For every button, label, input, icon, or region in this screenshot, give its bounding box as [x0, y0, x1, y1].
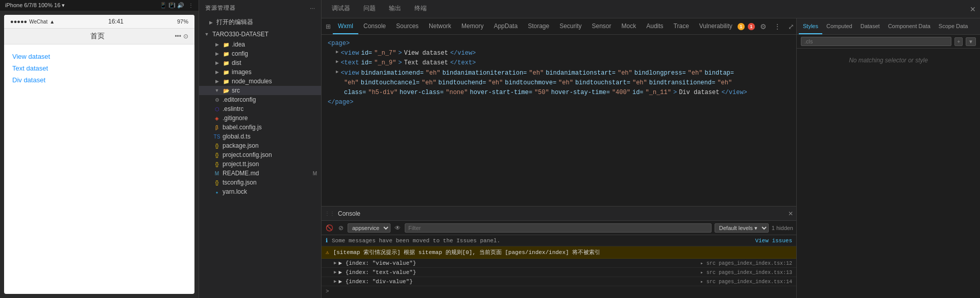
folder-icon: 📂	[223, 87, 230, 94]
sidebar-toggle-icon[interactable]: ⊞	[324, 23, 333, 30]
styles-filter-input[interactable]	[801, 37, 951, 46]
folder-chevron-icon	[213, 78, 220, 85]
folder-chevron-icon	[213, 87, 220, 94]
tab-vulnerability[interactable]: Vulnerability	[694, 18, 738, 34]
console-drag-handle[interactable]: ⋮⋮	[325, 211, 335, 216]
phone-page-title: 首页	[90, 32, 105, 41]
tab-scope-data[interactable]: Scope Data	[935, 18, 972, 34]
folder-idea[interactable]: 📁 .idea	[199, 40, 321, 49]
file-package-json[interactable]: {} package.json	[199, 141, 321, 150]
html-line-7: </page>	[328, 98, 790, 107]
tab-appdata[interactable]: AppData	[488, 18, 523, 34]
console-close-button[interactable]: ✕	[788, 210, 793, 217]
console-log-row-2[interactable]: ▶ ▶ {index: "text-value"} ▸ src pages_in…	[322, 268, 796, 277]
tab-memory[interactable]: Memory	[456, 18, 488, 34]
devtools-panel: 调试器 问题 输出 终端 ✕ ⊞ Wxml Console Sources Ne…	[322, 0, 980, 298]
folder-dist[interactable]: 📁 dist	[199, 58, 321, 67]
tab-console[interactable]: Console	[358, 18, 391, 34]
styles-panel: Styles Computed Dataset Component Data S…	[796, 18, 980, 298]
settings-icon[interactable]: ⚙	[758, 21, 769, 32]
no-matching-styles: No matching selector or style	[797, 49, 980, 72]
html-line-3[interactable]: ▶ <text id="_n_9" > Text dataset </text>	[328, 58, 790, 68]
console-eye-icon[interactable]: 👁	[394, 223, 402, 233]
html-line-5: "eh" bindtouchcancel="eh" bindtouchend="…	[328, 78, 790, 88]
console-content: ℹ Some messages have been moved to the I…	[322, 235, 796, 298]
file-icon: ⚙	[213, 96, 220, 103]
file-ref-2[interactable]: ▸ src pages_index_index.tsx:13	[700, 269, 792, 276]
tab-security[interactable]: Security	[554, 18, 586, 34]
tab-sources[interactable]: Sources	[391, 18, 424, 34]
console-filter-icon[interactable]: ⊘	[337, 223, 345, 233]
console-input[interactable]	[331, 288, 792, 294]
tab-wxml[interactable]: Wxml	[333, 18, 358, 34]
view-dataset-link[interactable]: View dataset	[12, 53, 186, 60]
folder-images[interactable]: 📁 images	[199, 67, 321, 77]
div-dataset-link[interactable]: Div dataset	[12, 76, 186, 84]
file-ref-3[interactable]: ▸ src pages_index_index.tsx:14	[700, 279, 792, 285]
tab-output[interactable]: 输出	[383, 0, 407, 18]
file-icon: {}	[213, 161, 220, 168]
style-options-button[interactable]: ▼	[966, 37, 976, 46]
tab-network[interactable]: Network	[424, 18, 456, 34]
file-explorer: 资源管理器 ··· 打开的编辑器 TARO330-DATASET 📁 .idea…	[199, 0, 322, 298]
file-yarn-lock[interactable]: ⬥ yarn.lock	[199, 187, 321, 196]
console-level-select[interactable]: Default levels ▾	[715, 223, 769, 233]
tab-dataset[interactable]: Dataset	[856, 18, 884, 34]
more-options-icon[interactable]: ⋮	[772, 21, 783, 32]
file-global-dts[interactable]: TS global.d.ts	[199, 132, 321, 141]
html-line-4[interactable]: ▶ <view bindanimationend="eh" bindanimat…	[328, 68, 790, 78]
tab-terminal[interactable]: 终端	[408, 0, 433, 18]
tab-debugger[interactable]: 调试器	[326, 0, 356, 18]
console-log-row-3[interactable]: ▶ ▶ {index: "div-value"} ▸ src pages_ind…	[322, 277, 796, 286]
folder-node-modules[interactable]: 📁 node_modules	[199, 77, 321, 86]
file-tsconfig[interactable]: {} tsconfig.json	[199, 178, 321, 187]
console-warn-row: ⚠ [sitemap 索引情况提示] 根据 sitemap 的规则[0], 当前…	[322, 246, 796, 259]
view-issues-link[interactable]: View issues	[755, 238, 792, 244]
open-editors-section[interactable]: 打开的编辑器	[199, 16, 321, 29]
text-dataset-link[interactable]: Text dataset	[12, 64, 186, 72]
folder-icon: 📁	[223, 78, 230, 85]
styles-filter-row: + ▼	[797, 35, 980, 49]
open-editors-label: 打开的编辑器	[216, 18, 253, 27]
console-filter-input[interactable]	[405, 223, 712, 233]
error-badge: 1	[748, 23, 755, 30]
folder-src[interactable]: 📂 src	[199, 86, 321, 95]
file-babel[interactable]: β babel.config.js	[199, 123, 321, 132]
file-project-config[interactable]: {} project.config.json	[199, 150, 321, 159]
html-line-2[interactable]: ▶ <view id="_n_7" > View dataset </view>	[328, 49, 790, 58]
console-service-select[interactable]: appservice	[348, 223, 390, 233]
folder-config[interactable]: 📁 config	[199, 49, 321, 58]
console-info-text: Some messages have been moved to the Iss…	[332, 238, 751, 244]
file-gitignore[interactable]: ◈ .gitignore	[199, 113, 321, 123]
console-log-row-1[interactable]: ▶ ▶ {index: "view-value"} ▸ src pages_in…	[322, 259, 796, 268]
element-viewer: ⊞ Wxml Console Sources Network Memory Ap…	[322, 18, 796, 298]
tab-styles[interactable]: Styles	[799, 18, 822, 34]
tab-component-data[interactable]: Component Data	[884, 18, 935, 34]
project-section[interactable]: TARO330-DATASET	[199, 29, 321, 40]
project-chevron	[203, 31, 210, 38]
tab-mock[interactable]: Mock	[617, 18, 642, 34]
file-readme[interactable]: M README.md M	[199, 169, 321, 178]
devtools-top-bar: 调试器 问题 输出 终端 ✕	[322, 0, 980, 18]
file-icon: {}	[213, 142, 220, 149]
tab-issues[interactable]: 问题	[357, 0, 382, 18]
file-eslintrc[interactable]: ⬡ .eslintrc	[199, 104, 321, 113]
file-icon: ⬥	[213, 188, 220, 195]
tab-audits[interactable]: Audits	[641, 18, 668, 34]
file-panel-more-icon[interactable]: ···	[310, 5, 315, 12]
console-panel: ⋮⋮ Console ✕ 🚫 ⊘ appservice 👁 Default le…	[322, 206, 796, 298]
devtools-close-button[interactable]: ✕	[970, 5, 976, 13]
detach-icon[interactable]: ⤢	[786, 21, 796, 32]
console-clear-icon[interactable]: 🚫	[325, 223, 334, 233]
html-line-1: <page>	[328, 39, 790, 49]
file-editorconfig[interactable]: ⚙ .editorconfig	[199, 95, 321, 104]
file-project-tt[interactable]: {} project.tt.json	[199, 159, 321, 169]
tab-storage[interactable]: Storage	[523, 18, 554, 34]
file-panel-title: 资源管理器	[205, 4, 236, 12]
tab-sensor[interactable]: Sensor	[587, 18, 617, 34]
chevron-right-icon: ▶	[334, 269, 336, 275]
tab-computed[interactable]: Computed	[822, 18, 856, 34]
file-ref-1[interactable]: ▸ src pages_index_index.tsx:12	[700, 260, 792, 266]
add-style-button[interactable]: +	[954, 37, 963, 46]
tab-trace[interactable]: Trace	[669, 18, 694, 34]
